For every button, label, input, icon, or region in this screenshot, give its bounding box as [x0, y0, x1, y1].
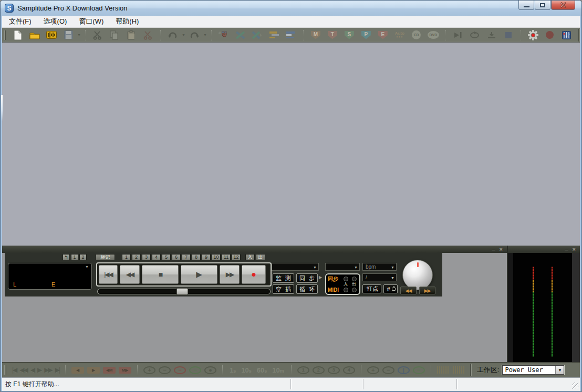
position-slider[interactable] [97, 289, 271, 294]
forward-button[interactable]: ▶▶ [220, 265, 240, 284]
undo-dropdown-icon[interactable]: ▼ [182, 33, 185, 37]
punch-button[interactable]: 穿 插 [273, 284, 294, 294]
cut-icon[interactable] [91, 29, 104, 41]
sync-in-led[interactable] [344, 277, 348, 281]
vzoom-fit-icon[interactable]: | [398, 366, 410, 374]
range-end-icon[interactable]: ▶ [87, 367, 100, 374]
param-badge-icon[interactable]: P [360, 29, 372, 41]
mixer-icon[interactable] [560, 29, 573, 41]
sync-button[interactable]: 同 步 [296, 273, 318, 283]
goto-first-icon[interactable]: |◀ [12, 366, 16, 374]
vzoom-object-icon[interactable]: − [413, 366, 425, 374]
solo-badge-icon[interactable]: S [343, 29, 356, 41]
zoom-10s-button[interactable]: 10s [241, 365, 251, 375]
nudge-left-button[interactable]: ◀◀ [400, 287, 417, 294]
snapshot-2-button[interactable]: 2 [313, 366, 325, 374]
expand-arrow-icon[interactable]: ▶ [319, 275, 322, 280]
stop-extra-icon[interactable] [502, 29, 515, 41]
step-back-icon[interactable]: ◀ [30, 366, 34, 374]
restore-button[interactable] [535, 1, 550, 10]
step-forward-icon[interactable]: ▶ [37, 366, 41, 374]
save-project-icon[interactable] [62, 29, 75, 41]
marker-4-button[interactable]: 4 [152, 254, 161, 260]
cd-icon[interactable]: CD [410, 29, 423, 41]
midi-device-combo[interactable]: ▼ [325, 263, 360, 271]
menu-options[interactable]: 选项(O) [38, 15, 72, 28]
redo-icon[interactable] [188, 29, 201, 41]
undo-icon[interactable] [167, 29, 179, 41]
time-signature-combo[interactable]: /▼ [362, 273, 397, 281]
zoom-10m-button[interactable]: 10m [272, 365, 284, 375]
stop-button[interactable]: ■ [142, 265, 179, 284]
jump-forward-icon[interactable]: ▶▶ [44, 366, 51, 374]
mute-badge-icon[interactable]: M [309, 29, 322, 41]
load-audio-icon[interactable] [45, 29, 58, 41]
redo-dropdown-icon[interactable]: ▼ [203, 33, 207, 37]
record-options-gear-icon[interactable] [527, 29, 539, 41]
zoom-all-icon[interactable]: ● [204, 366, 216, 374]
midi-out-led[interactable] [352, 288, 357, 292]
dvd-icon[interactable]: DVD [427, 29, 440, 41]
range-back-button[interactable]: ↰ [63, 254, 70, 260]
vzoom-out-icon[interactable]: − [382, 366, 394, 374]
toolbar-grip[interactable] [4, 30, 6, 40]
menu-file[interactable]: 文件(F) [4, 15, 37, 28]
save-dropdown-icon[interactable]: ▼ [77, 33, 81, 37]
zoom-60s-button[interactable]: 60s [257, 365, 267, 375]
position-slider-handle[interactable] [176, 288, 188, 295]
marker-3-button[interactable]: 3 [142, 254, 151, 260]
meter-minimize-button[interactable]: – [565, 246, 568, 252]
zoom-out-icon[interactable]: − [159, 366, 171, 374]
zoom-object-icon[interactable]: − [189, 366, 201, 374]
marker-5-button[interactable]: 5 [162, 254, 171, 260]
monitor-button[interactable]: 监 测 [273, 273, 294, 283]
range-start-icon[interactable]: ◀ [71, 367, 84, 374]
workspace-select[interactable]: Power User ▼ [502, 365, 564, 375]
tap-tempo-button[interactable]: 打点 [362, 284, 381, 293]
copy-icon[interactable] [108, 29, 121, 41]
snapshot-3-button[interactable]: 3 [328, 366, 340, 374]
track-badge-icon[interactable]: T [326, 29, 339, 41]
marker-11-button[interactable]: 11 [222, 254, 231, 260]
sync-out-led[interactable] [352, 277, 357, 281]
zoom-1s-button[interactable]: 1s [230, 365, 236, 375]
time-display[interactable]: ▼ L E [8, 263, 92, 290]
meter-close-button[interactable]: × [573, 246, 576, 252]
minimize-button[interactable] [518, 1, 534, 10]
play-cursor-icon[interactable] [452, 29, 464, 41]
marker-left-icon[interactable]: ◀M [103, 367, 116, 374]
marker-right-icon[interactable]: M▶ [119, 367, 131, 374]
marker-12-button[interactable]: 12 [232, 254, 241, 260]
play-button[interactable]: ▶ [181, 265, 217, 284]
jump-back-icon[interactable]: ◀◀ [19, 366, 27, 374]
open-project-icon[interactable] [28, 29, 41, 41]
curve-mode-icon[interactable] [285, 29, 297, 41]
workspace-dropdown-icon[interactable]: ▼ [555, 366, 564, 374]
marker-10-button[interactable]: 10 [212, 254, 221, 260]
range-2-button[interactable]: 2 [79, 254, 87, 260]
marker-8-button[interactable]: 8 [192, 254, 201, 260]
punch-in-button[interactable]: 入 [245, 254, 255, 260]
snapshot-1-button[interactable]: 1 [297, 366, 309, 374]
wave-zoom-down-icon[interactable] [437, 366, 450, 374]
zoom-range-icon[interactable]: − [174, 366, 186, 374]
crossfade-editor-icon[interactable] [234, 29, 247, 41]
range-1-button[interactable]: 1 [71, 254, 78, 260]
goto-start-button[interactable]: |◀◀ [99, 265, 118, 284]
goto-last-icon[interactable]: ▶| [55, 366, 59, 374]
monitor-mode-combo[interactable]: ▼ [272, 263, 319, 271]
record-button[interactable]: ● [242, 265, 266, 284]
vzoom-in-icon[interactable]: + [367, 366, 379, 374]
automation-icon[interactable]: Auto●●● [393, 29, 406, 41]
punch-marker-icon[interactable] [485, 29, 498, 41]
bottom-toolbar-grip[interactable] [4, 365, 6, 375]
loop-playback-icon[interactable] [469, 29, 481, 41]
marker-6-button[interactable]: 6 [172, 254, 181, 260]
midi-in-led[interactable] [344, 288, 348, 292]
marker-2-button[interactable]: 2 [132, 254, 141, 260]
paste-icon[interactable] [125, 29, 138, 41]
close-button[interactable] [551, 1, 575, 10]
marker-9-button[interactable]: 9 [202, 254, 211, 260]
energy-badge-icon[interactable]: E [377, 29, 389, 41]
record-icon[interactable] [544, 29, 556, 41]
